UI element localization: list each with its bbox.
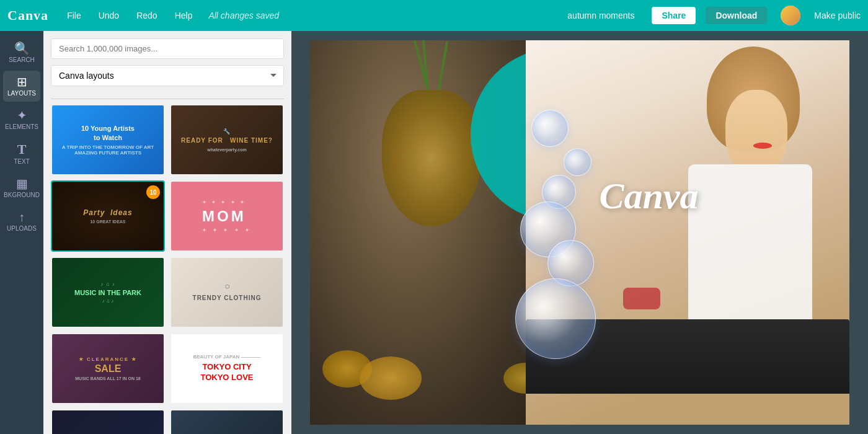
mouse xyxy=(623,288,660,309)
card-tokyo-label: TOKYO CITYTOKYO LOVE xyxy=(193,362,260,383)
sidebar-item-elements[interactable]: ✦ ELEMENTS xyxy=(3,104,40,135)
card-music-notes: ♪ ♫ ♪ xyxy=(74,281,141,287)
layout-card-mom[interactable]: ✦ ✦ ✦ ✦ ✦ MOM ✦ ✦ ✦ ✦ ✦ xyxy=(170,180,284,252)
redo-button[interactable]: Redo xyxy=(133,8,161,23)
sidebar-item-layouts[interactable]: ⊞ LAYOUTS xyxy=(3,71,40,102)
layouts-dropdown[interactable]: Canva layouts My layouts Free layouts xyxy=(51,65,284,86)
card-wine-label: READY FOR WINE TIME? xyxy=(181,137,273,144)
sidebar-label-elements: ELEMENTS xyxy=(5,123,38,130)
card-music-label: MUSIC IN THE PARK xyxy=(74,289,141,296)
top-navigation: Canva File Undo Redo Help All changes sa… xyxy=(0,0,868,31)
canvas-background: Canva xyxy=(310,40,849,425)
face xyxy=(725,90,787,170)
help-menu[interactable]: Help xyxy=(171,8,197,23)
white-top xyxy=(688,164,812,319)
avatar[interactable] xyxy=(781,6,800,25)
card-music-notes2: ♪ ♫ ♪ xyxy=(74,298,141,304)
project-name[interactable]: autumn moments xyxy=(567,11,634,20)
file-menu[interactable]: File xyxy=(63,8,85,23)
layout-card-summer[interactable]: SUMMERDEALS xyxy=(170,409,284,434)
sidebar-label-background: BKGROUND xyxy=(4,192,40,198)
card-artists-sub: A TRIP INTO THE TOMORROW OF ARTAMAZING F… xyxy=(62,144,154,156)
background-icon: ▦ xyxy=(16,177,28,190)
sidebar-label-text: TEXT xyxy=(14,158,30,165)
canva-brand-text: Canva xyxy=(599,175,698,218)
layout-card-artists[interactable]: 10 Young Artiststo Watch A TRIP INTO THE… xyxy=(51,104,165,175)
gourd-2 xyxy=(360,356,422,400)
card-wine-top: 🔧 xyxy=(181,128,273,135)
layout-card-party[interactable]: Party Ideas 10 GREAT IDEAS 10 xyxy=(51,180,165,252)
canvas-wrapper[interactable]: Canva xyxy=(310,40,849,425)
layout-card-music[interactable]: ♪ ♫ ♪ MUSIC IN THE PARK ♪ ♫ ♪ xyxy=(51,257,165,328)
card-artists-label: 10 Young Artiststo Watch xyxy=(62,124,154,142)
party-badge: 10 xyxy=(146,185,160,199)
card-mom-top: ✦ ✦ ✦ ✦ ✦ xyxy=(202,200,252,205)
sidebar-item-search[interactable]: 🔍 SEARCH xyxy=(3,37,40,68)
sidebar-item-text[interactable]: T TEXT xyxy=(3,138,40,170)
card-mom-bot: ✦ ✦ ✦ ✦ ✦ xyxy=(202,228,252,233)
save-status: All changes saved xyxy=(208,11,279,20)
card-mom-label: MOM xyxy=(202,208,246,224)
bubble-2 xyxy=(564,148,591,176)
card-wine-sub: whateverparty.com xyxy=(181,148,273,152)
lips xyxy=(753,143,772,149)
card-trendy-label: TRENDY CLOTHING xyxy=(193,294,262,301)
card-sale-sub: MUSIC BANDS ALL 17 IN ON 18 xyxy=(75,376,140,381)
text-icon: T xyxy=(17,143,27,156)
card-sale-top: ★ CLEARANCE ★ xyxy=(75,356,140,362)
layout-card-trendy[interactable]: ⬡ TRENDY CLOTHING xyxy=(170,257,284,328)
sidebar-item-uploads[interactable]: ↑ UPLOADS xyxy=(3,206,40,237)
search-input[interactable] xyxy=(51,38,284,59)
sidebar-label-search: SEARCH xyxy=(9,56,35,63)
bubble-6 xyxy=(515,278,596,359)
layouts-panel: Canva layouts My layouts Free layouts 10… xyxy=(43,31,291,434)
bubble-1 xyxy=(531,110,569,147)
layouts-icon: ⊞ xyxy=(17,76,27,88)
elements-icon: ✦ xyxy=(17,109,27,122)
share-button[interactable]: Share xyxy=(652,7,696,24)
divider xyxy=(51,99,284,99)
layout-card-wine[interactable]: 🔧 READY FOR WINE TIME? whateverparty.com xyxy=(170,104,284,175)
sidebar-label-uploads: UPLOADS xyxy=(7,225,37,232)
search-icon: 🔍 xyxy=(14,42,30,55)
make-public-button[interactable]: Make public xyxy=(814,11,861,20)
layouts-grid: 10 Young Artiststo Watch A TRIP INTO THE… xyxy=(51,104,284,434)
uploads-icon: ↑ xyxy=(19,211,25,223)
card-tokyo-top: BEAUTY OF JAPAN ———— xyxy=(193,354,260,360)
card-party-sub: 10 GREAT IDEAS xyxy=(83,219,132,224)
sidebar-label-layouts: LAYOUTS xyxy=(7,90,36,97)
canvas-area: Canva xyxy=(291,31,868,434)
sidebar-item-background[interactable]: ▦ BKGROUND xyxy=(3,172,40,203)
pineapple-body xyxy=(382,90,481,226)
undo-button[interactable]: Undo xyxy=(95,8,123,23)
layout-card-sale[interactable]: ★ CLEARANCE ★ SALE MUSIC BANDS ALL 17 IN… xyxy=(51,333,165,404)
layout-card-daynight[interactable]: from day to go from DAY TO NIGHT change … xyxy=(51,409,165,434)
card-trendy-icon: ⬡ xyxy=(193,284,262,290)
left-sidebar: 🔍 SEARCH ⊞ LAYOUTS ✦ ELEMENTS T TEXT ▦ B… xyxy=(0,31,43,434)
card-party-label: Party Ideas xyxy=(83,208,132,217)
canva-logo: Canva xyxy=(7,7,48,24)
download-button[interactable]: Download xyxy=(706,7,767,24)
card-sale-label: SALE xyxy=(75,363,140,374)
layout-card-tokyo[interactable]: BEAUTY OF JAPAN ———— TOKYO CITYTOKYO LOV… xyxy=(170,333,284,404)
